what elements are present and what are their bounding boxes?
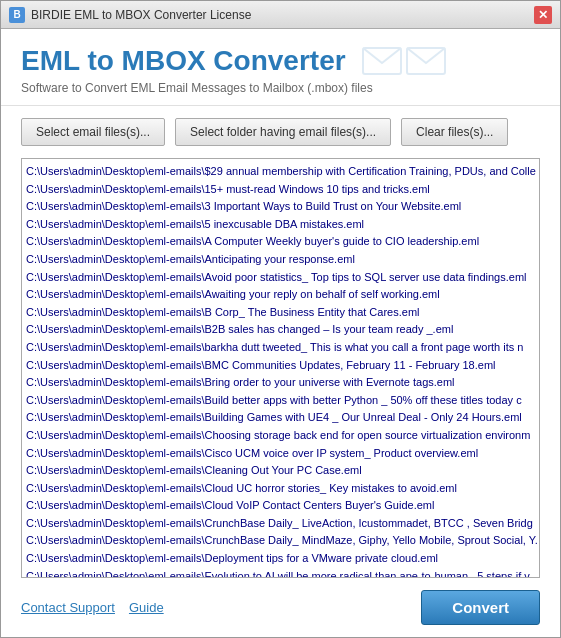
guide-link[interactable]: Guide <box>129 600 164 615</box>
select-folder-button[interactable]: Select folder having email files(s)... <box>175 118 391 146</box>
list-item: C:\Users\admin\Desktop\eml-emails\A Comp… <box>26 233 535 251</box>
list-item: C:\Users\admin\Desktop\eml-emails\Cleani… <box>26 462 535 480</box>
file-list[interactable]: C:\Users\admin\Desktop\eml-emails\$29 an… <box>22 159 539 577</box>
contact-support-link[interactable]: Contact Support <box>21 600 115 615</box>
title-bar: B BIRDIE EML to MBOX Converter License ✕ <box>1 1 560 29</box>
title-bar-text: BIRDIE EML to MBOX Converter License <box>31 8 534 22</box>
list-item: C:\Users\admin\Desktop\eml-emails\B2B sa… <box>26 321 535 339</box>
list-item: C:\Users\admin\Desktop\eml-emails\barkha… <box>26 339 535 357</box>
list-item: C:\Users\admin\Desktop\eml-emails\Build … <box>26 392 535 410</box>
list-item: C:\Users\admin\Desktop\eml-emails\Bring … <box>26 374 535 392</box>
list-item: C:\Users\admin\Desktop\eml-emails\5 inex… <box>26 216 535 234</box>
list-item: C:\Users\admin\Desktop\eml-emails\Avoid … <box>26 269 535 287</box>
list-item: C:\Users\admin\Desktop\eml-emails\Cloud … <box>26 480 535 498</box>
convert-button[interactable]: Convert <box>421 590 540 625</box>
list-item: C:\Users\admin\Desktop\eml-emails\Choosi… <box>26 427 535 445</box>
app-title-container: EML to MBOX Converter <box>21 45 540 77</box>
main-window: B BIRDIE EML to MBOX Converter License ✕… <box>0 0 561 638</box>
clear-files-button[interactable]: Clear files(s)... <box>401 118 508 146</box>
app-title-text: EML to MBOX Converter <box>21 45 346 77</box>
list-item: C:\Users\admin\Desktop\eml-emails\Crunch… <box>26 515 535 533</box>
list-item: C:\Users\admin\Desktop\eml-emails\Antici… <box>26 251 535 269</box>
list-item: C:\Users\admin\Desktop\eml-emails\3 Impo… <box>26 198 535 216</box>
header-section: EML to MBOX Converter Software to Conver… <box>1 29 560 106</box>
envelope-icon-1 <box>362 47 402 75</box>
list-item: C:\Users\admin\Desktop\eml-emails\15+ mu… <box>26 181 535 199</box>
list-item: C:\Users\admin\Desktop\eml-emails\Evolut… <box>26 568 535 577</box>
app-subtitle: Software to Convert EML Email Messages t… <box>21 81 540 95</box>
list-item: C:\Users\admin\Desktop\eml-emails\Cisco … <box>26 445 535 463</box>
list-item: C:\Users\admin\Desktop\eml-emails\Crunch… <box>26 532 535 550</box>
list-item: C:\Users\admin\Desktop\eml-emails\Buildi… <box>26 409 535 427</box>
list-item: C:\Users\admin\Desktop\eml-emails\B Corp… <box>26 304 535 322</box>
footer-links: Contact Support Guide <box>21 600 164 615</box>
footer: Contact Support Guide Convert <box>1 578 560 637</box>
list-item: C:\Users\admin\Desktop\eml-emails\BMC Co… <box>26 357 535 375</box>
close-button[interactable]: ✕ <box>534 6 552 24</box>
list-item: C:\Users\admin\Desktop\eml-emails\Awaiti… <box>26 286 535 304</box>
toolbar: Select email files(s)... Select folder h… <box>1 106 560 158</box>
app-icon: B <box>9 7 25 23</box>
list-item: C:\Users\admin\Desktop\eml-emails\$29 an… <box>26 163 535 181</box>
file-list-container: C:\Users\admin\Desktop\eml-emails\$29 an… <box>21 158 540 578</box>
select-files-button[interactable]: Select email files(s)... <box>21 118 165 146</box>
envelope-icon-2 <box>406 47 446 75</box>
header-icons <box>362 47 446 75</box>
list-item: C:\Users\admin\Desktop\eml-emails\Cloud … <box>26 497 535 515</box>
list-item: C:\Users\admin\Desktop\eml-emails\Deploy… <box>26 550 535 568</box>
